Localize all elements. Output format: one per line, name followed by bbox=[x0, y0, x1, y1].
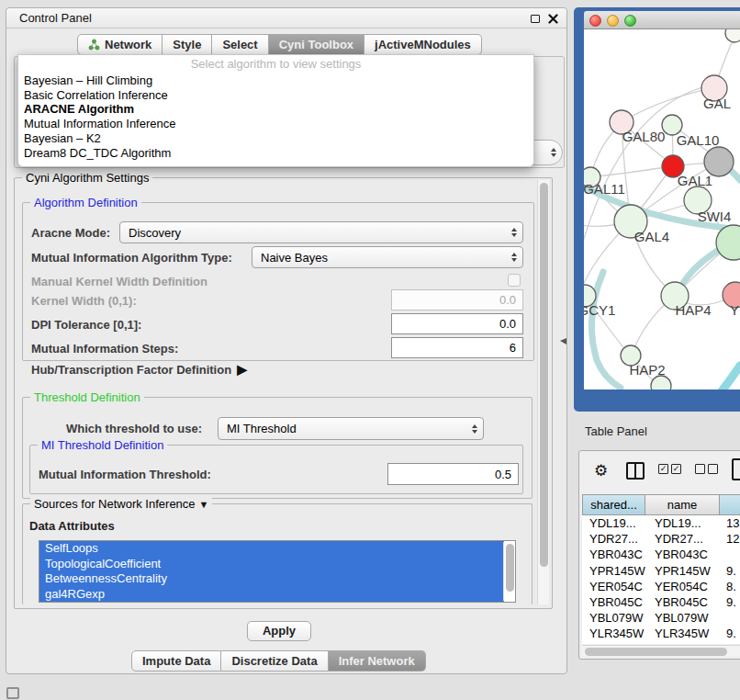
hscrollbar-thumb[interactable] bbox=[585, 648, 727, 656]
table-cell: YBL079W bbox=[645, 610, 720, 626]
tab-style[interactable]: Style bbox=[163, 34, 212, 55]
table-row[interactable]: YPR145WYPR145W9. bbox=[582, 563, 740, 579]
split-columns-icon[interactable] bbox=[626, 462, 645, 480]
unchecked-column-icon-1[interactable] bbox=[695, 464, 705, 474]
stepper-icon bbox=[511, 253, 517, 262]
checked-column-icon-2[interactable]: ✓ bbox=[671, 464, 681, 474]
minimized-panel-icon[interactable] bbox=[6, 687, 19, 699]
table-cell: 9. bbox=[720, 626, 740, 641]
table-row[interactable]: YDR27...YDR27...12 bbox=[582, 531, 740, 547]
table-row[interactable]: YBR043CYBR043C bbox=[582, 547, 740, 562]
attribute-item-betweennesscentrality[interactable]: BetweennessCentrality bbox=[39, 571, 504, 587]
mi-type-combo[interactable]: Naive Bayes bbox=[252, 246, 523, 268]
table-rows: YDL19...YDL19...13YDR27...YDR27...12YBR0… bbox=[582, 515, 740, 644]
algorithm-option-basic-correlation-inference[interactable]: Basic Correlation Inference bbox=[18, 88, 533, 103]
tab-infer-network[interactable]: Infer Network bbox=[329, 650, 426, 672]
table-row[interactable]: YIL052CYIL052C9 bbox=[582, 642, 740, 645]
network-node[interactable] bbox=[651, 376, 671, 390]
table-cell: YLR345W bbox=[582, 626, 645, 641]
data-attributes-label: Data Attributes bbox=[29, 519, 115, 533]
tab-label: Style bbox=[173, 38, 201, 51]
page-icon[interactable] bbox=[732, 458, 740, 480]
which-threshold-combo[interactable]: MI Threshold bbox=[218, 417, 484, 440]
table-cell: YBR043C bbox=[645, 547, 720, 562]
window-close-icon[interactable] bbox=[589, 15, 601, 27]
table-row[interactable]: YLR345WYLR345W9. bbox=[582, 626, 740, 641]
close-icon[interactable] bbox=[548, 14, 558, 24]
manual-kernel-checkbox[interactable] bbox=[508, 274, 521, 287]
kernel-width-field[interactable]: 0.0 bbox=[391, 289, 523, 310]
table-cell: 12 bbox=[720, 531, 740, 547]
algorithm-option-bayesian-k2[interactable]: Bayesian – K2 bbox=[18, 131, 533, 146]
tab-select[interactable]: Select bbox=[212, 34, 268, 55]
tab-jactivemnodules[interactable]: jActiveMNodules bbox=[364, 34, 482, 55]
mi-steps-field[interactable]: 6 bbox=[391, 337, 523, 358]
network-node[interactable] bbox=[725, 29, 740, 42]
attribute-item-selfloops[interactable]: SelfLoops bbox=[39, 541, 504, 557]
mouse-cursor bbox=[560, 338, 566, 344]
aracne-mode-combo[interactable]: Discovery bbox=[119, 221, 523, 243]
table-panel-title: Table Panel bbox=[585, 424, 647, 438]
network-canvas[interactable]: GALGAL80GAL10GAL1GAL11GAL4SWI4GCY1HAP4YH… bbox=[584, 29, 740, 390]
tab-network[interactable]: Network bbox=[77, 34, 163, 55]
attribute-item-topologicalcoefficient[interactable]: TopologicalCoefficient bbox=[39, 557, 504, 572]
column-header-shared[interactable]: shared... bbox=[582, 494, 645, 515]
settings-gear-icon[interactable]: ⚙ bbox=[594, 461, 608, 480]
table-cell: YLR345W bbox=[645, 626, 720, 641]
node-label-gal10: GAL10 bbox=[677, 132, 720, 148]
node-label-gal: GAL bbox=[703, 96, 731, 111]
tab-impute-data[interactable]: Impute Data bbox=[131, 650, 221, 672]
settings-box-title: Cyni Algorithm Settings bbox=[22, 171, 152, 185]
table-row[interactable]: YBL079WYBL079W bbox=[582, 610, 740, 626]
table-row[interactable]: YDL19...YDL19...13 bbox=[582, 515, 740, 531]
table-row[interactable]: YBR045CYBR045C9. bbox=[582, 594, 740, 610]
list-scrollbar[interactable] bbox=[503, 542, 514, 601]
hub-definition-label: Hub/Transcription Factor Definition bbox=[31, 363, 231, 377]
column-header-2[interactable] bbox=[720, 494, 740, 515]
control-panel-titlebar: Control Panel bbox=[6, 8, 566, 28]
expand-arrow-icon[interactable]: ▶ bbox=[237, 362, 247, 377]
network-edge[interactable] bbox=[591, 272, 621, 388]
table-row[interactable]: YER054CYER054C8. bbox=[582, 579, 740, 594]
network-edge[interactable] bbox=[701, 366, 740, 390]
checked-column-icon-1[interactable]: ✓ bbox=[658, 464, 668, 474]
collapse-arrow-icon[interactable]: ▼ bbox=[199, 499, 209, 510]
algorithm-option-dream8-dc-tdc-algorithm[interactable]: Dream8 DC_TDC Algorithm bbox=[18, 146, 533, 161]
table-hscrollbar[interactable] bbox=[582, 645, 740, 656]
tab-discretize-data[interactable]: Discretize Data bbox=[221, 650, 328, 672]
algorithm-option-bayesian-hill-climbing[interactable]: Bayesian – Hill Climbing bbox=[18, 73, 533, 88]
float-window-icon[interactable] bbox=[531, 15, 540, 23]
attribute-item-gal4rgexp[interactable]: gal4RGexp bbox=[39, 587, 504, 603]
apply-button[interactable]: Apply bbox=[247, 621, 311, 641]
panel-title: Control Panel bbox=[19, 8, 92, 28]
table-cell: YIL052C bbox=[582, 642, 645, 645]
scrollbar-thumb[interactable] bbox=[540, 183, 548, 567]
table-toolbar: ⚙ ✓ ✓ bbox=[579, 451, 740, 493]
tab-cyni-toolbox[interactable]: Cyni Toolbox bbox=[269, 34, 364, 55]
aracne-mode-value: Discovery bbox=[129, 226, 181, 240]
list-scrollbar-thumb[interactable] bbox=[506, 544, 514, 592]
table-cell: 9. bbox=[720, 563, 740, 579]
mi-type-value: Naive Bayes bbox=[261, 251, 328, 265]
network-window-titlebar[interactable] bbox=[584, 11, 740, 29]
window-minimize-icon[interactable] bbox=[607, 15, 619, 27]
algorithm-option-aracne-algorithm[interactable]: ARACNE Algorithm bbox=[18, 102, 533, 117]
which-threshold-value: MI Threshold bbox=[227, 422, 297, 435]
network-edge[interactable] bbox=[590, 166, 672, 177]
dropdown-prompt: Select algorithm to view settings bbox=[18, 55, 533, 73]
table-cell: YDL19... bbox=[645, 515, 720, 531]
unchecked-column-icon-2[interactable] bbox=[708, 464, 718, 474]
tab-label: Impute Data bbox=[142, 654, 210, 668]
window-zoom-icon[interactable] bbox=[624, 15, 636, 27]
network-icon bbox=[88, 39, 100, 51]
hub-definition-expander[interactable]: Hub/Transcription Factor Definition▶ bbox=[31, 362, 247, 377]
column-header-name[interactable]: name bbox=[645, 494, 720, 515]
settings-scrollbar[interactable] bbox=[537, 180, 549, 604]
mi-threshold-field[interactable]: 0.5 bbox=[387, 463, 519, 485]
mi-steps-value: 6 bbox=[510, 341, 516, 355]
table-cell: YBR045C bbox=[645, 594, 720, 610]
algorithm-option-mutual-information-inference[interactable]: Mutual Information Inference bbox=[18, 117, 533, 131]
node-label-swi4: SWI4 bbox=[698, 209, 732, 224]
table-cell: 13 bbox=[720, 515, 740, 531]
dpi-tolerance-field[interactable]: 0.0 bbox=[391, 313, 523, 334]
